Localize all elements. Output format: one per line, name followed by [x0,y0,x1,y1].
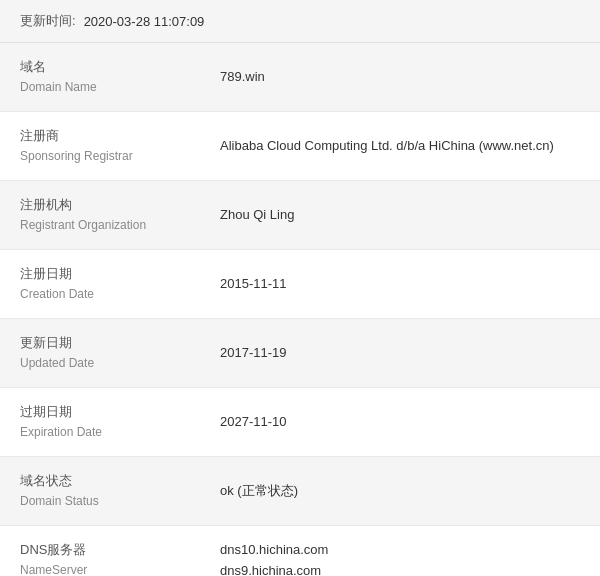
table-row: 注册机构Registrant OrganizationZhou Qi Ling [0,181,600,250]
label-cn: 域名 [20,57,180,78]
cell-value: ok (正常状态) [200,457,600,525]
cell-value: Alibaba Cloud Computing Ltd. d/b/a HiChi… [200,112,600,180]
cell-label: 注册商Sponsoring Registrar [0,112,200,180]
cell-value: 789.win [200,43,600,111]
cell-value: 2017-11-19 [200,319,600,387]
cell-value: 2015-11-11 [200,250,600,318]
cell-value: dns10.hichina.comdns9.hichina.com [200,526,600,576]
cell-label: 域名状态Domain Status [0,457,200,525]
label-en: NameServer [20,561,180,576]
label-en: Creation Date [20,285,180,304]
label-en: Domain Status [20,492,180,511]
label-en: Expiration Date [20,423,180,442]
cell-value-line1: dns10.hichina.com [220,540,328,561]
cell-label: DNS服务器NameServer [0,526,200,576]
cell-value-line2: dns9.hichina.com [220,561,328,576]
label-cn: 更新日期 [20,333,180,354]
cell-value-multiline: dns10.hichina.comdns9.hichina.com [220,540,328,576]
cell-label: 更新日期Updated Date [0,319,200,387]
cell-value: 2027-11-10 [200,388,600,456]
label-en: Registrant Organization [20,216,180,235]
table-row: 域名Domain Name789.win [0,43,600,112]
table-row: 注册商Sponsoring RegistrarAlibaba Cloud Com… [0,112,600,181]
table-row: 过期日期Expiration Date2027-11-10 [0,388,600,457]
table-row: 更新日期Updated Date2017-11-19 [0,319,600,388]
cell-label: 过期日期Expiration Date [0,388,200,456]
cell-label: 域名Domain Name [0,43,200,111]
top-bar: 更新时间: 2020-03-28 11:07:09 [0,0,600,43]
table-row: 注册日期Creation Date2015-11-11 [0,250,600,319]
table-row: DNS服务器NameServerdns10.hichina.comdns9.hi… [0,526,600,576]
label-en: Updated Date [20,354,180,373]
cell-label: 注册机构Registrant Organization [0,181,200,249]
label-en: Domain Name [20,78,180,97]
rows-container: 域名Domain Name789.win注册商Sponsoring Regist… [0,43,600,576]
label-cn: 注册机构 [20,195,180,216]
label-cn: 域名状态 [20,471,180,492]
label-cn: 过期日期 [20,402,180,423]
label-en: Sponsoring Registrar [20,147,180,166]
top-bar-value: 2020-03-28 11:07:09 [84,14,205,29]
top-bar-label: 更新时间: [20,12,76,30]
label-cn: 注册日期 [20,264,180,285]
label-cn: DNS服务器 [20,540,180,561]
cell-label: 注册日期Creation Date [0,250,200,318]
table-row: 域名状态Domain Statusok (正常状态) [0,457,600,526]
cell-value: Zhou Qi Ling [200,181,600,249]
label-cn: 注册商 [20,126,180,147]
